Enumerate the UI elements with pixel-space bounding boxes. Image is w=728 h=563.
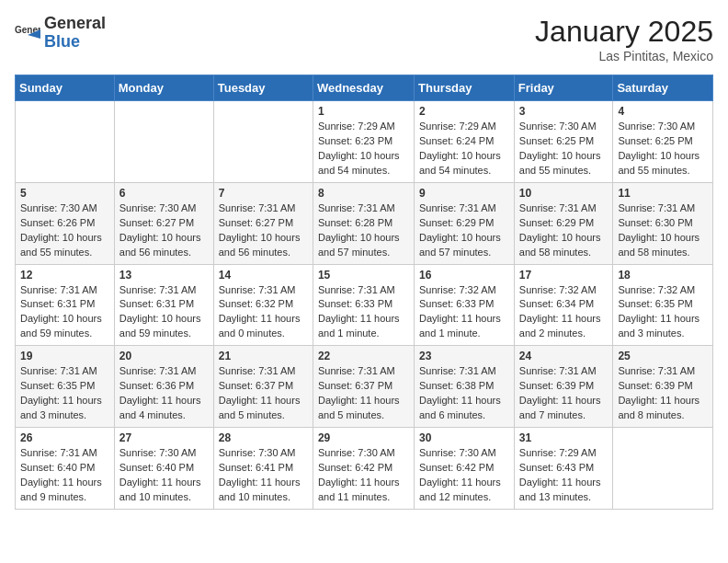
day-info: Sunrise: 7:31 AM Sunset: 6:27 PM Dayligh… — [219, 201, 308, 260]
day-info: Sunrise: 7:30 AM Sunset: 6:25 PM Dayligh… — [519, 120, 609, 178]
day-cell: 30Sunrise: 7:30 AM Sunset: 6:42 PM Dayli… — [415, 428, 515, 510]
day-cell — [16, 101, 115, 183]
day-info: Sunrise: 7:30 AM Sunset: 6:40 PM Dayligh… — [119, 446, 209, 505]
day-number: 24 — [519, 350, 609, 362]
day-cell: 1Sunrise: 7:29 AM Sunset: 6:23 PM Daylig… — [313, 101, 414, 183]
day-info: Sunrise: 7:31 AM Sunset: 6:31 PM Dayligh… — [20, 283, 109, 342]
day-info: Sunrise: 7:32 AM Sunset: 6:34 PM Dayligh… — [519, 283, 609, 342]
col-header-friday: Friday — [514, 75, 613, 101]
day-cell: 13Sunrise: 7:31 AM Sunset: 6:31 PM Dayli… — [114, 264, 213, 346]
day-number: 29 — [318, 431, 409, 444]
day-number: 23 — [419, 350, 509, 362]
week-row-2: 5Sunrise: 7:30 AM Sunset: 6:26 PM Daylig… — [16, 182, 713, 264]
col-header-saturday: Saturday — [613, 75, 713, 101]
col-header-sunday: Sunday — [16, 75, 115, 101]
day-info: Sunrise: 7:31 AM Sunset: 6:33 PM Dayligh… — [318, 283, 409, 342]
day-info: Sunrise: 7:30 AM Sunset: 6:27 PM Dayligh… — [119, 201, 209, 260]
day-number: 16 — [419, 269, 509, 282]
day-number: 18 — [618, 269, 708, 282]
day-number: 7 — [219, 187, 308, 200]
col-header-tuesday: Tuesday — [213, 75, 313, 101]
day-info: Sunrise: 7:31 AM Sunset: 6:37 PM Dayligh… — [219, 364, 308, 423]
day-info: Sunrise: 7:31 AM Sunset: 6:29 PM Dayligh… — [419, 201, 509, 260]
day-number: 20 — [119, 350, 209, 362]
day-cell: 18Sunrise: 7:32 AM Sunset: 6:35 PM Dayli… — [613, 264, 713, 346]
day-number: 4 — [618, 105, 708, 118]
day-number: 11 — [618, 187, 708, 200]
day-info: Sunrise: 7:31 AM Sunset: 6:32 PM Dayligh… — [219, 283, 308, 342]
page-header: General General Blue January 2025 Las Pi… — [15, 15, 713, 63]
day-number: 30 — [419, 431, 509, 444]
day-number: 2 — [419, 105, 509, 118]
day-cell: 2Sunrise: 7:29 AM Sunset: 6:24 PM Daylig… — [415, 101, 515, 183]
day-cell: 22Sunrise: 7:31 AM Sunset: 6:37 PM Dayli… — [313, 346, 414, 428]
day-number: 31 — [519, 431, 609, 444]
day-cell: 27Sunrise: 7:30 AM Sunset: 6:40 PM Dayli… — [114, 428, 213, 510]
day-info: Sunrise: 7:32 AM Sunset: 6:33 PM Dayligh… — [419, 283, 509, 342]
day-number: 6 — [119, 187, 209, 200]
day-info: Sunrise: 7:30 AM Sunset: 6:41 PM Dayligh… — [219, 446, 308, 505]
day-cell: 23Sunrise: 7:31 AM Sunset: 6:38 PM Dayli… — [415, 346, 515, 428]
day-cell: 5Sunrise: 7:30 AM Sunset: 6:26 PM Daylig… — [16, 182, 115, 264]
day-number: 9 — [419, 187, 509, 200]
day-cell: 31Sunrise: 7:29 AM Sunset: 6:43 PM Dayli… — [514, 428, 613, 510]
day-cell: 8Sunrise: 7:31 AM Sunset: 6:28 PM Daylig… — [313, 182, 414, 264]
day-cell — [613, 428, 713, 510]
day-info: Sunrise: 7:31 AM Sunset: 6:35 PM Dayligh… — [20, 364, 109, 423]
day-cell: 25Sunrise: 7:31 AM Sunset: 6:39 PM Dayli… — [613, 346, 713, 428]
day-info: Sunrise: 7:31 AM Sunset: 6:39 PM Dayligh… — [519, 364, 609, 423]
day-info: Sunrise: 7:30 AM Sunset: 6:25 PM Dayligh… — [618, 120, 708, 178]
day-cell: 4Sunrise: 7:30 AM Sunset: 6:25 PM Daylig… — [613, 101, 713, 183]
location: Las Pintitas, Mexico — [535, 49, 713, 63]
month-title: January 2025 — [535, 15, 713, 49]
day-number: 21 — [219, 350, 308, 362]
calendar-table: SundayMondayTuesdayWednesdayThursdayFrid… — [15, 75, 713, 510]
day-number: 13 — [119, 269, 209, 282]
day-number: 12 — [20, 269, 109, 282]
logo-blue-text: Blue — [44, 32, 80, 51]
day-cell: 20Sunrise: 7:31 AM Sunset: 6:36 PM Dayli… — [114, 346, 213, 428]
week-row-3: 12Sunrise: 7:31 AM Sunset: 6:31 PM Dayli… — [16, 264, 713, 346]
day-cell: 21Sunrise: 7:31 AM Sunset: 6:37 PM Dayli… — [213, 346, 313, 428]
day-info: Sunrise: 7:31 AM Sunset: 6:37 PM Dayligh… — [318, 364, 409, 423]
day-cell: 26Sunrise: 7:31 AM Sunset: 6:40 PM Dayli… — [16, 428, 115, 510]
day-info: Sunrise: 7:29 AM Sunset: 6:23 PM Dayligh… — [318, 120, 409, 178]
day-cell: 9Sunrise: 7:31 AM Sunset: 6:29 PM Daylig… — [415, 182, 515, 264]
day-info: Sunrise: 7:31 AM Sunset: 6:39 PM Dayligh… — [618, 364, 708, 423]
day-number: 8 — [318, 187, 409, 200]
day-cell: 12Sunrise: 7:31 AM Sunset: 6:31 PM Dayli… — [16, 264, 115, 346]
day-number: 3 — [519, 105, 609, 118]
logo: General General Blue — [15, 15, 106, 52]
day-cell: 24Sunrise: 7:31 AM Sunset: 6:39 PM Dayli… — [514, 346, 613, 428]
col-header-monday: Monday — [114, 75, 213, 101]
week-row-5: 26Sunrise: 7:31 AM Sunset: 6:40 PM Dayli… — [16, 428, 713, 510]
day-info: Sunrise: 7:29 AM Sunset: 6:43 PM Dayligh… — [519, 446, 609, 505]
day-cell: 19Sunrise: 7:31 AM Sunset: 6:35 PM Dayli… — [16, 346, 115, 428]
day-number: 14 — [219, 269, 308, 282]
day-info: Sunrise: 7:32 AM Sunset: 6:35 PM Dayligh… — [618, 283, 708, 342]
day-number: 22 — [318, 350, 409, 362]
day-number: 10 — [519, 187, 609, 200]
day-info: Sunrise: 7:30 AM Sunset: 6:42 PM Dayligh… — [419, 446, 509, 505]
day-info: Sunrise: 7:30 AM Sunset: 6:26 PM Dayligh… — [20, 201, 109, 260]
day-info: Sunrise: 7:31 AM Sunset: 6:29 PM Dayligh… — [519, 201, 609, 260]
day-info: Sunrise: 7:31 AM Sunset: 6:30 PM Dayligh… — [618, 201, 708, 260]
day-info: Sunrise: 7:31 AM Sunset: 6:40 PM Dayligh… — [20, 446, 109, 505]
week-row-4: 19Sunrise: 7:31 AM Sunset: 6:35 PM Dayli… — [16, 346, 713, 428]
day-cell: 28Sunrise: 7:30 AM Sunset: 6:41 PM Dayli… — [213, 428, 313, 510]
col-header-wednesday: Wednesday — [313, 75, 414, 101]
day-cell: 17Sunrise: 7:32 AM Sunset: 6:34 PM Dayli… — [514, 264, 613, 346]
day-info: Sunrise: 7:31 AM Sunset: 6:38 PM Dayligh… — [419, 364, 509, 423]
day-number: 5 — [20, 187, 109, 200]
day-info: Sunrise: 7:31 AM Sunset: 6:36 PM Dayligh… — [119, 364, 209, 423]
title-block: January 2025 Las Pintitas, Mexico — [535, 15, 713, 63]
day-number: 28 — [219, 431, 308, 444]
day-cell: 3Sunrise: 7:30 AM Sunset: 6:25 PM Daylig… — [514, 101, 613, 183]
day-number: 17 — [519, 269, 609, 282]
day-number: 27 — [119, 431, 209, 444]
day-number: 26 — [20, 431, 109, 444]
day-cell: 16Sunrise: 7:32 AM Sunset: 6:33 PM Dayli… — [415, 264, 515, 346]
col-header-thursday: Thursday — [415, 75, 515, 101]
logo-general-text: General — [44, 14, 106, 32]
day-number: 19 — [20, 350, 109, 362]
